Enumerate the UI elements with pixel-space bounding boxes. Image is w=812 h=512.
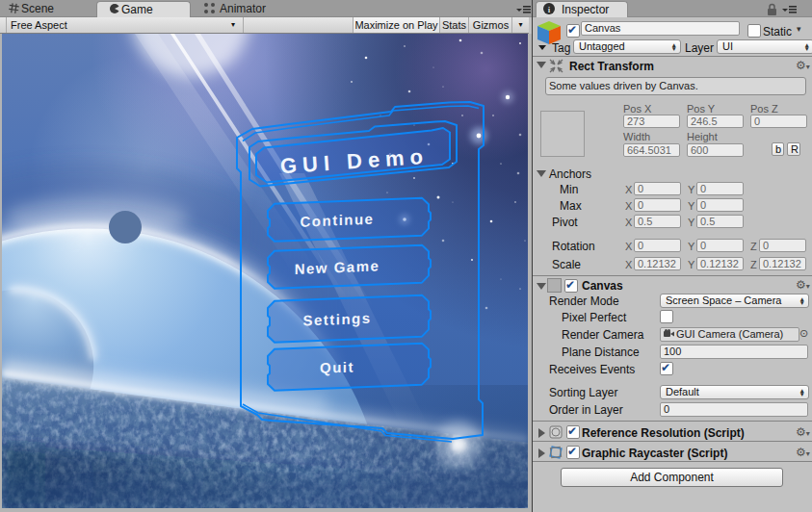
svg-text:Quit: Quit xyxy=(320,358,354,375)
svg-text:Continue: Continue xyxy=(301,211,375,230)
svg-text:New Game: New Game xyxy=(295,257,380,277)
svg-text:Settings: Settings xyxy=(302,310,371,329)
